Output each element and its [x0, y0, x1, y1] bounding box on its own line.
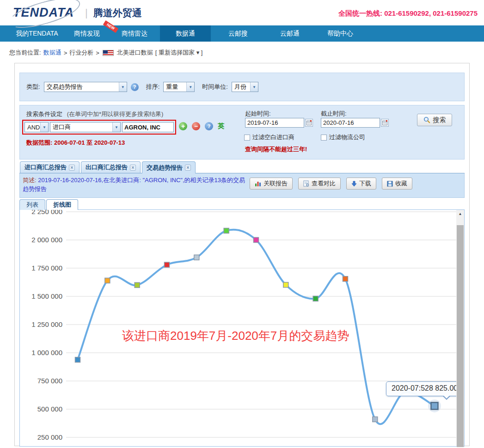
nav-item-radar[interactable]: 商情雷达: [109, 25, 160, 42]
svg-text:1 500 000: 1 500 000: [31, 292, 62, 300]
close-icon[interactable]: ×: [69, 165, 75, 171]
document-icon: [303, 180, 309, 187]
filter-logistics-label: 过滤物流公司: [329, 133, 365, 141]
hotline-numbers: 021-61590292, 021-61590275: [384, 9, 478, 17]
sort-select[interactable]: 重量 ▼: [163, 82, 195, 92]
field-select[interactable]: 进口商 ▼: [50, 122, 121, 132]
breadcrumb-link-industry[interactable]: 行业分析: [69, 49, 93, 57]
view-compare-button[interactable]: 查看对比: [298, 178, 341, 190]
filter-blank-checkbox-row: 过滤空白进口商: [244, 133, 294, 141]
search-hint: (在单词中加*用以获得更多搜索结果): [67, 110, 164, 117]
close-icon[interactable]: ×: [185, 165, 191, 171]
svg-text:750 000: 750 000: [37, 377, 62, 385]
svg-text:1 000 000: 1 000 000: [31, 349, 62, 356]
brand-name: 腾道外贸通: [93, 6, 142, 19]
scrollbar-thumb[interactable]: [457, 225, 464, 447]
svg-text:250 000: 250 000: [37, 433, 62, 441]
type-label: 类型:: [26, 83, 40, 91]
nav-item-discovery[interactable]: 商情发现 NEW: [65, 25, 109, 42]
svg-text:1 750 000: 1 750 000: [31, 264, 62, 272]
vertical-scrollbar[interactable]: ▲: [456, 210, 464, 446]
svg-text:2 250 000: 2 250 000: [31, 210, 62, 215]
summary-label: 简述:: [23, 177, 37, 184]
breadcrumb-current: 北美进口数据: [117, 49, 153, 57]
main-container: 类型: 交易趋势报告 ▼ ? 排序: 重量 ▼ 时间单位: 月份 ▼ 搜索条件设…: [14, 63, 470, 446]
hotline: 全国统一热线: 021-61590292, 021-61590275: [338, 9, 478, 18]
summary-text: 简述: 2019-07-16-2020-07-16,在北美进口商: "AGRON…: [23, 176, 248, 197]
breadcrumb-sep: >: [64, 49, 67, 56]
bar-chart-icon: [255, 180, 261, 187]
search-conditions-panel: 搜索条件设定 (在单词中加*用以获得更多搜索结果) AND ▼ 进口商 ▼ + …: [19, 105, 465, 160]
summary-bar: 简述: 2019-07-16-2020-07-16,在北美进口商: "AGRON…: [19, 173, 465, 198]
trend-chart-panel: 2 250 0002 000 0001 750 0001 500 0001 25…: [19, 209, 465, 447]
tab-list-view[interactable]: 列表: [19, 199, 45, 210]
tab-importer-summary[interactable]: 进口商汇总报告 ×: [20, 161, 80, 173]
end-date-label: 截止时间:: [321, 110, 347, 118]
breadcrumb-link-datatong[interactable]: 数据通: [43, 49, 61, 57]
end-date-input[interactable]: [321, 118, 380, 128]
nav-item-datatong[interactable]: 数据通: [160, 25, 211, 42]
chevron-down-icon[interactable]: ▼: [250, 82, 258, 92]
calendar-icon[interactable]: [305, 119, 313, 127]
save-disk-icon: [387, 181, 393, 187]
search-icon: [423, 117, 430, 123]
end-date-field: [321, 118, 389, 128]
calendar-icon[interactable]: [381, 119, 389, 127]
tab-line-chart-view[interactable]: 折线图: [46, 199, 78, 210]
start-date-field: [245, 118, 313, 128]
svg-text:2 000 000: 2 000 000: [31, 236, 62, 244]
report-tabs: 进口商汇总报告 × 出口商汇总报告 × 交易趋势报告 ×: [19, 161, 465, 173]
start-date-label: 起始时间:: [245, 110, 271, 118]
english-toggle-button[interactable]: 英: [218, 122, 224, 130]
sort-label: 排序:: [146, 83, 160, 91]
data-range-text: 数据范围: 2006-07-01 至 2020-07-13: [26, 139, 125, 147]
favorite-button[interactable]: 收藏: [382, 178, 412, 190]
reselect-country-button[interactable]: [ 重新选择国家 ▾ ]: [155, 49, 203, 57]
chart-annotation: 该进口商2019年7月-2020年7月的交易趋势: [122, 328, 349, 344]
breadcrumb-sep: >: [96, 49, 99, 56]
nav-item-help-center[interactable]: 帮助中心: [314, 25, 366, 42]
filter-logistics-checkbox-row: 过滤物流公司: [321, 133, 365, 141]
filter-blank-checkbox[interactable]: [244, 135, 250, 141]
logo-divider: |: [85, 7, 88, 19]
remove-condition-icon[interactable]: −: [192, 122, 200, 130]
type-filter-panel: 类型: 交易趋势报告 ▼ ? 排序: 重量 ▼ 时间单位: 月份 ▼: [19, 73, 465, 101]
breadcrumb: 您当前位置: 数据通 > 行业分析 > 北美进口数据 [ 重新选择国家 ▾ ]: [0, 42, 484, 63]
chart-tooltip: 2020-07:528 825.00: [386, 381, 463, 396]
nav-item-cloud-mail-search[interactable]: 云邮搜: [211, 25, 265, 42]
time-unit-select[interactable]: 月份 ▼: [232, 82, 258, 92]
add-condition-icon[interactable]: +: [179, 122, 187, 130]
chevron-down-icon[interactable]: ▼: [186, 82, 194, 92]
hotline-label: 全国统一热线:: [338, 9, 382, 17]
help-icon[interactable]: ?: [131, 83, 139, 91]
condition-row: AND ▼ 进口商 ▼: [22, 120, 176, 135]
logo[interactable]: TENDATA | 腾道外贸通: [9, 5, 142, 21]
operator-select[interactable]: AND ▼: [25, 122, 49, 132]
start-date-input[interactable]: [245, 118, 304, 128]
keyword-input[interactable]: [122, 122, 174, 132]
filter-blank-label: 过滤空白进口商: [252, 133, 294, 141]
chevron-down-icon[interactable]: ▼: [40, 123, 48, 132]
chevron-down-icon[interactable]: ▼: [119, 82, 127, 92]
nav-item-my-tendata[interactable]: 我的TENDATA: [9, 25, 65, 42]
main-nav: 我的TENDATA 商情发现 NEW 商情雷达 数据通 云邮搜 云邮通 帮助中心: [0, 25, 484, 42]
tab-trade-trend[interactable]: 交易趋势报告 ×: [142, 161, 196, 173]
help-icon[interactable]: ?: [205, 122, 213, 130]
query-interval-warning: 查询间隔不能超过三年!: [245, 145, 307, 153]
condition-icons: + − ? 英: [179, 122, 224, 130]
type-select[interactable]: 交易趋势报告 ▼: [44, 82, 127, 92]
nav-item-cloud-mail[interactable]: 云邮通: [265, 25, 314, 42]
action-buttons: 关联报告 查看对比 下载 收: [250, 178, 412, 197]
svg-text:500 000: 500 000: [37, 405, 62, 413]
close-icon[interactable]: ×: [130, 165, 136, 171]
scroll-up-arrow-icon[interactable]: ▲: [456, 210, 464, 218]
search-button[interactable]: 搜索: [417, 114, 452, 126]
chevron-down-icon[interactable]: ▼: [112, 123, 120, 132]
us-flag-icon: [103, 50, 114, 56]
download-button[interactable]: 下载: [346, 178, 376, 190]
related-report-button[interactable]: 关联报告: [250, 178, 293, 190]
tab-exporter-summary[interactable]: 出口商汇总报告 ×: [81, 161, 141, 173]
time-unit-label: 时间单位:: [202, 83, 228, 91]
filter-logistics-checkbox[interactable]: [321, 135, 327, 141]
top-header: TENDATA | 腾道外贸通 全国统一热线: 021-61590292, 02…: [0, 0, 484, 25]
